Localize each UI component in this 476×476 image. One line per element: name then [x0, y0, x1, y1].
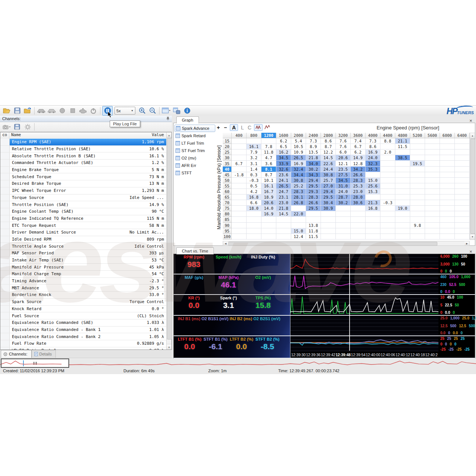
graph-table-vscrollbar[interactable]: ▲ ▼ [470, 133, 475, 240]
table-cell[interactable] [455, 234, 470, 239]
table-cell[interactable] [455, 211, 470, 217]
table-cell[interactable] [455, 200, 470, 206]
table-cell[interactable]: 11.8 [261, 149, 276, 155]
table-cell[interactable]: 28.3 [351, 178, 366, 183]
close-icon[interactable]: × [468, 248, 474, 254]
table-cell[interactable] [440, 178, 455, 183]
table-cell[interactable]: 12.8 [351, 161, 366, 166]
table-cell[interactable]: 3.6 [261, 161, 276, 166]
table-cell[interactable] [321, 228, 336, 234]
table-cell[interactable]: 10.5 [291, 144, 306, 149]
table-cell[interactable] [366, 194, 380, 200]
table-cell[interactable]: 11.5 [395, 144, 410, 149]
table-cell[interactable]: 27.5 [336, 172, 351, 178]
channel-config-icon[interactable] [2, 122, 12, 131]
table-cell[interactable] [276, 223, 291, 228]
table-cell[interactable] [410, 211, 425, 217]
gear-icon[interactable] [23, 122, 32, 131]
table-cell[interactable] [425, 149, 440, 155]
table-cell[interactable] [336, 228, 351, 234]
column-header[interactable]: 1600 [276, 133, 291, 138]
table-cell[interactable] [410, 167, 425, 172]
axis-mode-c-button[interactable]: C [247, 125, 252, 131]
save-layout-icon[interactable] [172, 106, 181, 115]
table-cell[interactable] [380, 206, 395, 211]
table-cell[interactable] [425, 189, 440, 194]
table-cell[interactable] [261, 217, 276, 222]
table-cell[interactable] [261, 228, 276, 234]
table-cell[interactable]: 30.8 [321, 172, 336, 178]
tab-graph[interactable]: Graph [176, 116, 199, 123]
table-cell[interactable]: 16.2 [276, 149, 291, 155]
channel-row[interactable]: Borderline Knock33.0 ° [0, 292, 166, 299]
table-cell[interactable]: 23.6 [276, 172, 291, 178]
table-cell[interactable]: 11.5 [306, 234, 321, 239]
table-cell[interactable]: 28.0 [351, 194, 366, 200]
column-header[interactable]: 3200 [336, 133, 351, 138]
table-cell[interactable]: 27.0 [321, 183, 336, 189]
table-cell[interactable]: 4.2 [247, 189, 261, 194]
row-header[interactable]: 65 [223, 194, 232, 200]
table-cell[interactable] [440, 234, 455, 239]
table-cell[interactable]: 14.5 [321, 155, 336, 161]
open-file-icon[interactable] [2, 106, 12, 115]
table-cell[interactable] [410, 138, 425, 144]
chart-strip[interactable]: KR (°)Spark (°)TPS (%)0.03.115.81045.010… [174, 295, 475, 316]
table-cell[interactable]: 23.5 [336, 167, 351, 172]
sidebar-item-lt-fuel-trim[interactable]: LT Fuel Trim [174, 139, 215, 147]
channel-row[interactable]: MAF Sensor Period393 µs [0, 250, 166, 257]
row-header[interactable]: 40 [223, 167, 232, 172]
tab-channels[interactable]: Channels: [1, 350, 32, 358]
row-header[interactable]: 45 [223, 172, 232, 178]
table-cell[interactable] [321, 217, 336, 222]
table-cell[interactable]: 34.5 [276, 155, 291, 161]
table-cell[interactable]: 6.0 [336, 149, 351, 155]
table-cell[interactable]: 3.1 [247, 161, 261, 166]
table-cell[interactable]: 3.2 [247, 155, 261, 161]
table-cell[interactable]: 28.7 [336, 194, 351, 200]
table-cell[interactable]: 13.5 [306, 149, 321, 155]
table-cell[interactable] [232, 211, 247, 217]
row-header[interactable]: 50 [223, 178, 232, 183]
table-cell[interactable] [232, 144, 247, 149]
table-cell[interactable] [455, 144, 470, 149]
table-cell[interactable] [455, 161, 470, 166]
playback-cursor[interactable] [349, 254, 350, 351]
table-cell[interactable] [336, 211, 351, 217]
table-cell[interactable]: 22.0 [291, 211, 306, 217]
line-chart-icon[interactable] [254, 124, 263, 131]
table-cell[interactable] [440, 183, 455, 189]
table-cell[interactable] [455, 167, 470, 172]
table-cell[interactable] [440, 228, 455, 234]
table-cell[interactable] [380, 183, 395, 189]
table-cell[interactable]: 34.3 [306, 172, 321, 178]
table-cell[interactable]: 16.9 [261, 211, 276, 217]
write-vehicle-icon[interactable] [47, 106, 57, 115]
table-cell[interactable]: 16.9 [291, 161, 306, 166]
table-cell[interactable] [366, 234, 380, 239]
row-header[interactable]: 100 [223, 234, 232, 239]
scrollbar-thumb[interactable] [167, 138, 172, 340]
tab-details[interactable]: Details [32, 350, 56, 358]
table-cell[interactable] [425, 138, 440, 144]
table-cell[interactable] [455, 223, 470, 228]
strip-plot[interactable] [290, 336, 438, 352]
table-cell[interactable] [291, 223, 306, 228]
table-cell[interactable] [425, 223, 440, 228]
table-cell[interactable]: 24.0 [336, 189, 351, 194]
table-cell[interactable]: 26.5 [291, 155, 306, 161]
table-cell[interactable] [440, 167, 455, 172]
table-cell[interactable] [455, 183, 470, 189]
table-cell[interactable]: 25.7 [321, 178, 336, 183]
row-header[interactable]: 30 [223, 155, 232, 161]
row-header[interactable]: 35 [223, 161, 232, 166]
table-cell[interactable] [232, 189, 247, 194]
table-cell[interactable]: 29.4 [306, 178, 321, 183]
sidebar-item-st-fuel-trim[interactable]: ST Fuel Trim [174, 147, 215, 154]
table-cell[interactable]: 7.4 [351, 138, 366, 144]
table-cell[interactable]: 4.7 [261, 155, 276, 161]
table-cell[interactable]: 18.9 [261, 194, 276, 200]
table-cell[interactable] [455, 149, 470, 155]
row-header[interactable]: 70 [223, 200, 232, 206]
column-header[interactable]: 2000 [291, 133, 306, 138]
